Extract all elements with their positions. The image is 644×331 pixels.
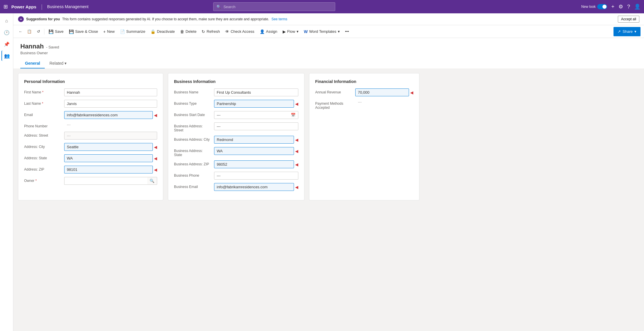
- delete-button[interactable]: 🗑 Delete: [178, 27, 199, 36]
- flow-button[interactable]: ▶ Flow ▾: [280, 27, 301, 36]
- sidebar-home-icon[interactable]: ⌂: [1, 16, 12, 26]
- annual-revenue-row: Annual Revenue ◀: [315, 88, 413, 96]
- business-state-arrow: ◀: [295, 149, 298, 153]
- sidebar-pinned-icon[interactable]: 📌: [1, 39, 12, 49]
- business-address-street-input[interactable]: [214, 122, 298, 130]
- refresh-page-button[interactable]: ↺: [35, 27, 42, 36]
- new-look-label: New look: [581, 5, 595, 9]
- ai-icon: ✦: [18, 16, 24, 22]
- grid-icon[interactable]: ⊞: [3, 3, 8, 10]
- business-email-field: ◀: [214, 183, 298, 191]
- email-field: ◀: [64, 111, 157, 119]
- see-terms-link[interactable]: See terms: [271, 17, 287, 21]
- command-bar: ← 📋 ↺ 💾 Save 💾 Save & Close + New: [13, 25, 644, 38]
- tab-related[interactable]: Related ▾: [45, 59, 71, 68]
- new-look-toggle[interactable]: New look: [581, 4, 607, 9]
- business-type-field: ◀: [214, 100, 298, 108]
- help-icon[interactable]: ?: [627, 4, 630, 10]
- business-email-input[interactable]: [214, 183, 294, 191]
- first-name-field: [64, 88, 157, 96]
- first-name-label: First Name: [24, 88, 62, 94]
- word-templates-icon: W: [304, 29, 308, 34]
- suggestions-description: This form contains suggested responses g…: [62, 17, 269, 21]
- business-phone-input[interactable]: [214, 172, 298, 180]
- more-options-button[interactable]: •••: [343, 27, 351, 36]
- business-address-street-row: Business Address: Street: [174, 122, 298, 132]
- business-address-zip-label: Business Address: ZIP: [174, 160, 212, 166]
- business-address-state-label: Business Address: State: [174, 147, 212, 157]
- owner-search-button[interactable]: 🔍: [147, 177, 157, 185]
- business-address-state-input[interactable]: [214, 147, 294, 155]
- business-info-title: Business Information: [174, 79, 298, 84]
- deactivate-button[interactable]: 🔒 Deactivate: [148, 27, 177, 36]
- address-zip-label: Address: ZIP: [24, 166, 62, 171]
- email-input[interactable]: [64, 111, 153, 119]
- phone-field: ---: [64, 122, 157, 127]
- record-name: Hannah: [20, 43, 44, 50]
- address-zip-input[interactable]: [64, 166, 153, 173]
- flow-icon: ▶: [283, 29, 286, 34]
- sidebar-recent-icon[interactable]: 🕐: [1, 27, 12, 38]
- suggestions-label: Suggestions for you: [26, 17, 60, 21]
- address-state-input[interactable]: [64, 154, 153, 162]
- address-zip-arrow: ◀: [154, 167, 157, 172]
- first-name-input[interactable]: [64, 88, 157, 96]
- address-city-input[interactable]: [64, 143, 153, 151]
- new-button[interactable]: + New: [101, 27, 117, 36]
- search-placeholder: Search: [223, 5, 235, 9]
- business-address-zip-row: Business Address: ZIP ◀: [174, 160, 298, 168]
- clipboard-button[interactable]: 📋: [25, 27, 34, 36]
- calendar-button[interactable]: 📅: [288, 111, 298, 119]
- assign-button[interactable]: 👤 Assign: [257, 27, 280, 36]
- last-name-field: [64, 100, 157, 108]
- profile-icon[interactable]: 👤: [634, 3, 641, 10]
- save-close-button[interactable]: 💾 Save & Close: [67, 27, 101, 36]
- business-info-section: Business Information Business Name Busin…: [168, 73, 304, 200]
- business-name-field: [214, 88, 298, 96]
- record-tabs: General Related ▾: [20, 59, 637, 68]
- record-header: Hannah - Saved Business Owner General Re…: [13, 38, 644, 68]
- back-button[interactable]: ←: [17, 27, 24, 36]
- assign-label: Assign: [266, 29, 277, 34]
- financial-info-title: Financial Information: [315, 79, 413, 84]
- business-phone-row: Business Phone: [174, 172, 298, 180]
- share-button[interactable]: ↗ Share ▾: [613, 27, 641, 36]
- toggle-track[interactable]: [597, 4, 607, 9]
- save-button[interactable]: 💾 Save: [46, 27, 66, 36]
- address-street-input[interactable]: [64, 132, 157, 140]
- business-address-city-input[interactable]: [214, 136, 294, 144]
- owner-input[interactable]: [64, 177, 147, 185]
- delete-icon: 🗑: [180, 29, 184, 34]
- summarize-button[interactable]: 📄 Summarize: [118, 27, 148, 36]
- annual-revenue-input[interactable]: [355, 88, 409, 96]
- phone-value: ---: [64, 121, 73, 129]
- accept-all-button[interactable]: Accept all: [618, 16, 639, 23]
- top-nav-right: New look + ⚙ ? 👤: [581, 3, 641, 10]
- business-type-input[interactable]: [214, 100, 294, 108]
- business-start-date-input[interactable]: [214, 111, 288, 119]
- business-email-label: Business Email: [174, 183, 212, 189]
- suggestions-banner: ✦ Suggestions for you This form contains…: [13, 13, 644, 25]
- business-name-input[interactable]: [214, 88, 298, 96]
- tab-general[interactable]: General: [20, 59, 45, 68]
- address-zip-field: ◀: [64, 166, 157, 173]
- address-street-field: [64, 132, 157, 140]
- top-navigation: ⊞ Power Apps | Business Management 🔍 Sea…: [0, 0, 644, 13]
- last-name-input[interactable]: [64, 100, 157, 108]
- financial-info-section: Financial Information Annual Revenue ◀ P…: [309, 73, 419, 200]
- word-templates-button[interactable]: W Word Templates ▾: [302, 27, 342, 36]
- more-options-icon: •••: [345, 29, 349, 34]
- assign-icon: 👤: [260, 29, 265, 34]
- add-icon[interactable]: +: [611, 4, 614, 10]
- business-address-zip-input[interactable]: [214, 160, 294, 168]
- payment-methods-field: ---: [355, 100, 413, 104]
- refresh-button[interactable]: ↻ Refresh: [199, 27, 222, 36]
- check-access-button[interactable]: 👁 Check Access: [223, 27, 257, 36]
- sidebar-entity-icon[interactable]: 👥: [1, 50, 12, 61]
- settings-icon[interactable]: ⚙: [618, 3, 623, 10]
- search-bar[interactable]: 🔍 Search: [213, 2, 335, 11]
- banner-left: ✦ Suggestions for you This form contains…: [18, 16, 287, 22]
- address-zip-row: Address: ZIP ◀: [24, 166, 157, 173]
- business-start-date-field: 📅: [214, 111, 298, 119]
- business-address-city-label: Business Address: City: [174, 136, 212, 142]
